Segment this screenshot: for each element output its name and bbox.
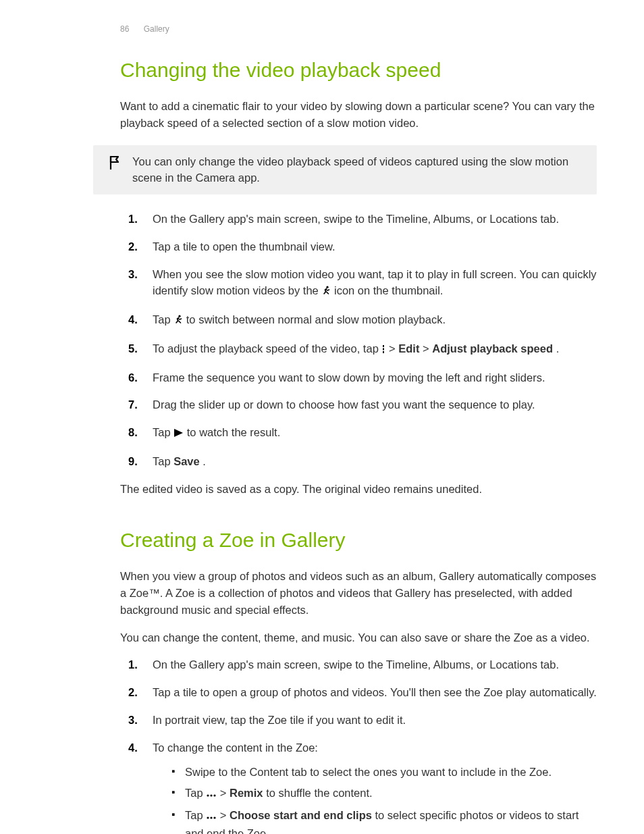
- step-item: When you see the slow motion video you w…: [120, 266, 597, 301]
- document-page: 86 Gallery Changing the video playback s…: [0, 0, 644, 834]
- svg-rect-3: [383, 348, 384, 350]
- step-item: Tap a tile to open a group of photos and…: [120, 684, 597, 701]
- note-text: You can only change the video playback s…: [132, 153, 581, 187]
- svg-point-8: [207, 816, 209, 818]
- step-item: Frame the sequence you want to slow down…: [120, 369, 597, 386]
- more-horizontal-icon: [206, 786, 217, 803]
- step-item: Tap a tile to open the thumbnail view.: [120, 238, 597, 255]
- label-save: Save: [173, 455, 200, 467]
- sub-item: Tap > Remix to shuffle the content.: [167, 785, 597, 803]
- step-item: In portrait view, tap the Zoe tile if yo…: [120, 712, 597, 729]
- zoe-para1: When you view a group of photos and vide…: [120, 568, 597, 618]
- step-item: On the Gallery app's main screen, swipe …: [120, 656, 597, 673]
- svg-rect-2: [383, 345, 384, 347]
- step-item: On the Gallery app's main screen, swipe …: [120, 211, 597, 228]
- sub-item: Tap > Choose start and end clips to sele…: [167, 807, 597, 834]
- intro-paragraph: Want to add a cinematic flair to your vi…: [120, 98, 597, 132]
- heading-zoe: Creating a Zoe in Gallery: [120, 527, 597, 553]
- more-vertical-icon: [381, 342, 385, 359]
- note-box: You can only change the video playback s…: [93, 145, 597, 195]
- svg-point-9: [211, 816, 213, 818]
- label-adjust-speed: Adjust playback speed: [432, 342, 553, 355]
- svg-point-6: [211, 794, 213, 796]
- heading-video-speed: Changing the video playback speed: [120, 57, 597, 83]
- step-item: Tap Save .: [120, 453, 597, 470]
- page-content: Changing the video playback speed Want t…: [120, 57, 597, 834]
- sub-bullets: Swipe to the Content tab to select the o…: [167, 764, 597, 834]
- flag-icon: [108, 155, 123, 174]
- step-item: Tap to watch the result.: [120, 424, 597, 442]
- steps-list-section2: On the Gallery app's main screen, swipe …: [120, 656, 597, 834]
- sub-item: Swipe to the Content tab to select the o…: [167, 764, 597, 781]
- zoe-para2: You can change the content, theme, and m…: [120, 629, 597, 646]
- svg-rect-4: [383, 351, 384, 353]
- running-person-icon: [173, 313, 183, 330]
- label-remix: Remix: [230, 787, 263, 799]
- running-person-icon: [321, 284, 331, 301]
- svg-point-10: [214, 816, 216, 818]
- label-edit: Edit: [398, 342, 419, 355]
- steps-list-section1: On the Gallery app's main screen, swipe …: [120, 211, 597, 470]
- svg-point-7: [214, 794, 216, 796]
- page-header: 86 Gallery: [120, 24, 603, 34]
- step-item: To adjust the playback speed of the vide…: [120, 340, 597, 359]
- step-item: Drag the slider up or down to choose how…: [120, 396, 597, 413]
- svg-point-5: [207, 794, 209, 796]
- step-item: To change the content in the Zoe: Swipe …: [120, 739, 597, 835]
- more-horizontal-icon: [206, 808, 217, 825]
- play-icon: [173, 425, 184, 442]
- outro-paragraph: The edited video is saved as a copy. The…: [120, 481, 597, 498]
- step-item: Tap to switch between normal and slow mo…: [120, 311, 597, 330]
- label-choose-clips: Choose start and end clips: [230, 809, 372, 821]
- section-name: Gallery: [144, 24, 169, 34]
- page-number: 86: [120, 24, 129, 34]
